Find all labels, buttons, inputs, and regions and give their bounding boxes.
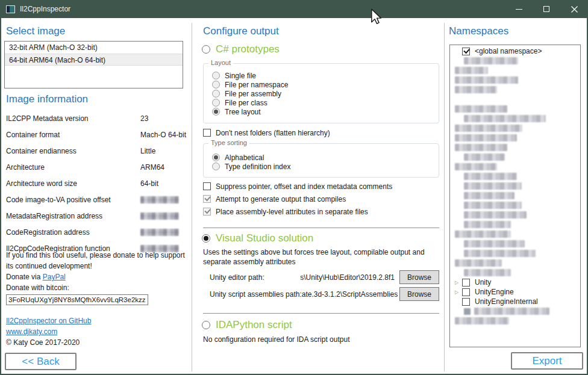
namespace-item-redacted[interactable] bbox=[450, 181, 580, 191]
namespace-item-redacted[interactable] bbox=[450, 172, 580, 181]
bitcoin-label: Donate with bitcoin: bbox=[6, 282, 192, 293]
flatten-checkbox[interactable]: Don't nest folders (flatten hierarchy) bbox=[203, 129, 330, 137]
option-label: Type definition index bbox=[225, 163, 290, 171]
close-button[interactable] bbox=[560, 0, 588, 18]
checkbox-icon bbox=[462, 298, 470, 306]
layout-option[interactable]: File per class bbox=[212, 98, 439, 107]
browse-assemblies-button[interactable]: Browse bbox=[399, 287, 439, 301]
namespace-label: UnityEngineInternal bbox=[475, 297, 538, 306]
namespace-item-redacted[interactable] bbox=[450, 220, 580, 229]
option-label: Tree layout bbox=[225, 108, 261, 116]
redacted-text bbox=[464, 202, 522, 209]
info-row: Code image-to-VA positive offset bbox=[6, 196, 187, 212]
redacted-text bbox=[455, 125, 522, 132]
layout-option[interactable]: Tree layout bbox=[212, 107, 439, 116]
window-title: Il2CppInspector bbox=[20, 5, 70, 13]
separator bbox=[203, 228, 439, 228]
layout-option[interactable]: File per namespace bbox=[212, 80, 439, 89]
visual-studio-label: Visual Studio solution bbox=[216, 232, 313, 244]
redacted-checkbox bbox=[464, 308, 471, 315]
export-button[interactable]: Export bbox=[511, 352, 583, 370]
redacted-text bbox=[464, 153, 505, 161]
namespace-item-redacted[interactable] bbox=[450, 152, 580, 162]
checkbox-icon bbox=[203, 195, 211, 203]
namespace-item-redacted[interactable] bbox=[450, 123, 580, 133]
namespace-item-redacted[interactable] bbox=[450, 249, 580, 258]
namespace-item-redacted[interactable] bbox=[450, 306, 580, 316]
redacted-value bbox=[140, 196, 179, 203]
namespace-item-redacted[interactable] bbox=[450, 66, 580, 75]
image-info-header: Image information bbox=[6, 93, 88, 105]
type-sorting-option[interactable]: Type definition index bbox=[212, 162, 439, 171]
option-checkbox[interactable]: Suppress pointer, offset and index metad… bbox=[203, 182, 439, 191]
layout-option[interactable]: Single file bbox=[212, 71, 439, 80]
expander-icon[interactable]: ▷ bbox=[455, 290, 462, 295]
image-list-item[interactable]: 32-bit ARM (Mach-O 32-bit) bbox=[5, 42, 183, 54]
namespace-item-redacted[interactable] bbox=[450, 85, 580, 95]
namespace-item[interactable]: ▷UnityEngine bbox=[450, 287, 580, 297]
option-checkbox[interactable]: Place assembly-level attributes in separ… bbox=[203, 208, 439, 216]
redacted-text bbox=[464, 173, 517, 180]
redacted-text bbox=[464, 269, 511, 276]
namespace-item[interactable]: ▷Unity bbox=[450, 277, 580, 287]
image-list-item[interactable]: 64-bit ARM64 (Mach-O 64-bit) bbox=[5, 54, 183, 66]
namespace-item-redacted[interactable] bbox=[450, 210, 580, 220]
redacted-text bbox=[464, 250, 536, 257]
redacted-value bbox=[140, 212, 179, 220]
info-row: ArchitectureARM64 bbox=[6, 163, 187, 179]
namespace-item-redacted[interactable] bbox=[450, 75, 580, 85]
namespace-item-redacted[interactable] bbox=[450, 200, 580, 210]
csharp-prototypes-radio[interactable]: C# prototypes bbox=[202, 43, 280, 55]
app-window: Il2CppInspector Select image 32-bit ARM … bbox=[0, 0, 588, 375]
namespace-item-redacted[interactable] bbox=[450, 258, 580, 268]
redacted-text bbox=[464, 192, 514, 199]
website-link[interactable]: www.djkaty.com bbox=[6, 327, 57, 336]
radio-icon bbox=[212, 163, 220, 170]
namespace-item[interactable]: <global namespace> bbox=[450, 46, 580, 56]
checkbox-icon bbox=[462, 48, 470, 55]
close-icon bbox=[571, 6, 578, 13]
paypal-link[interactable]: PayPal bbox=[43, 273, 66, 281]
visual-studio-radio[interactable]: Visual Studio solution bbox=[202, 232, 313, 244]
radio-icon bbox=[212, 81, 220, 88]
radio-icon bbox=[212, 72, 220, 79]
namespace-item-redacted[interactable] bbox=[450, 239, 580, 249]
redacted-text bbox=[455, 134, 517, 141]
type-sorting-option[interactable]: Alphabetical bbox=[212, 153, 439, 162]
script-assemblies-path-label: Unity script assemblies path: bbox=[210, 290, 302, 299]
namespace-item-redacted[interactable] bbox=[450, 133, 580, 143]
namespace-label: <global namespace> bbox=[475, 47, 542, 55]
option-checkbox[interactable]: Attempt to generate output that compiles bbox=[203, 195, 439, 203]
namespace-item-redacted[interactable] bbox=[450, 162, 580, 172]
namespace-item-redacted[interactable] bbox=[450, 104, 580, 114]
namespace-item-redacted[interactable] bbox=[450, 143, 580, 152]
redacted-text bbox=[455, 231, 511, 238]
unity-editor-path-value: s\Unity\Hub\Editor\2019.2.8f1 bbox=[264, 273, 399, 282]
back-button[interactable]: << Back bbox=[5, 353, 77, 370]
radio-icon bbox=[202, 234, 210, 243]
namespace-item-redacted[interactable] bbox=[450, 268, 580, 277]
browse-editor-button[interactable]: Browse bbox=[399, 270, 439, 284]
info-label: Container format bbox=[6, 131, 140, 139]
option-label: File per class bbox=[225, 99, 267, 107]
layout-option[interactable]: File per assembly bbox=[212, 89, 439, 98]
github-link[interactable]: Il2CppInspector on GitHub bbox=[6, 317, 91, 325]
redacted-text bbox=[464, 182, 522, 190]
info-value: Mach-O 64-bit bbox=[140, 131, 187, 139]
namespace-item-redacted[interactable] bbox=[450, 229, 580, 239]
namespace-item[interactable]: UnityEngineInternal bbox=[450, 297, 580, 306]
namespace-item-redacted[interactable] bbox=[450, 191, 580, 200]
minimize-button[interactable] bbox=[505, 0, 533, 18]
visual-studio-description: Uses the settings above but forces tree … bbox=[203, 247, 444, 267]
configure-output-header: Configure output bbox=[203, 25, 279, 37]
namespace-item-redacted[interactable] bbox=[450, 316, 580, 326]
idapython-description: No configuration required for IDA script… bbox=[203, 335, 444, 344]
bitcoin-address-input[interactable] bbox=[6, 294, 148, 305]
idapython-radio[interactable]: IDAPython script bbox=[202, 319, 292, 331]
namespace-item-redacted[interactable] bbox=[450, 56, 580, 66]
script-assemblies-path-value: ate.3d-3.1.2\ScriptAssemblies bbox=[302, 290, 399, 299]
checkbox-icon bbox=[203, 182, 211, 190]
expander-icon[interactable]: ▷ bbox=[455, 280, 462, 285]
maximize-button[interactable] bbox=[533, 0, 560, 18]
namespace-item-redacted[interactable] bbox=[450, 114, 580, 123]
